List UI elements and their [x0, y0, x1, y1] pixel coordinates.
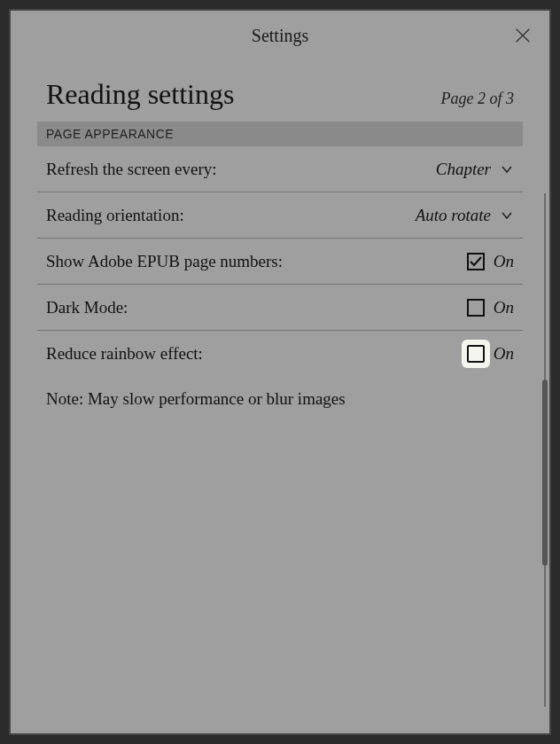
note-text: Note: May slow performance or blur image…: [46, 377, 514, 409]
row-value: On: [467, 298, 514, 317]
page-indicator: Page 2 of 3: [441, 90, 515, 108]
row-label: Refresh the screen every:: [46, 160, 436, 179]
close-icon: [513, 26, 533, 45]
value-text: Chapter: [436, 160, 491, 179]
checkbox-dark-mode[interactable]: [467, 299, 485, 317]
row-reduce-rainbow[interactable]: Reduce rainbow effect: On: [37, 331, 523, 377]
checkbox-adobe[interactable]: [467, 253, 485, 270]
close-button[interactable]: [512, 25, 533, 46]
row-label: Dark Mode:: [46, 298, 467, 317]
row-refresh-screen[interactable]: Refresh the screen every: Chapter: [37, 146, 523, 192]
row-adobe-epub[interactable]: Show Adobe EPUB page numbers: On: [37, 239, 523, 285]
row-label: Reduce rainbow effect:: [46, 344, 467, 364]
header-title: Settings: [252, 26, 308, 46]
page-heading: Reading settings Page 2 of 3: [46, 78, 514, 111]
row-value: On: [467, 344, 514, 364]
row-label: Show Adobe EPUB page numbers:: [46, 252, 467, 271]
row-label: Reading orientation:: [46, 206, 416, 225]
value-text: Auto rotate: [416, 206, 491, 225]
row-value: Auto rotate: [416, 206, 514, 225]
row-value: On: [467, 252, 514, 271]
page-title: Reading settings: [46, 78, 234, 111]
main-content: Reading settings Page 2 of 3 PAGE APPEAR…: [11, 60, 549, 733]
header: Settings: [11, 11, 549, 60]
row-value: Chapter: [436, 160, 514, 179]
value-text: On: [494, 252, 514, 271]
scrollbar-thumb[interactable]: [542, 380, 548, 566]
chevron-down-icon: [500, 162, 514, 176]
value-text: On: [494, 298, 514, 317]
settings-panel: Settings Reading settings Page 2 of 3 PA…: [9, 9, 551, 735]
chevron-down-icon: [500, 208, 514, 223]
row-reading-orientation[interactable]: Reading orientation: Auto rotate: [37, 192, 523, 239]
settings-rows: Refresh the screen every: Chapter Readin…: [37, 146, 523, 377]
value-text: On: [494, 344, 514, 364]
checkbox-reduce-rainbow[interactable]: [467, 345, 485, 363]
section-header: PAGE APPEARANCE: [37, 121, 523, 146]
row-dark-mode[interactable]: Dark Mode: On: [37, 285, 523, 331]
